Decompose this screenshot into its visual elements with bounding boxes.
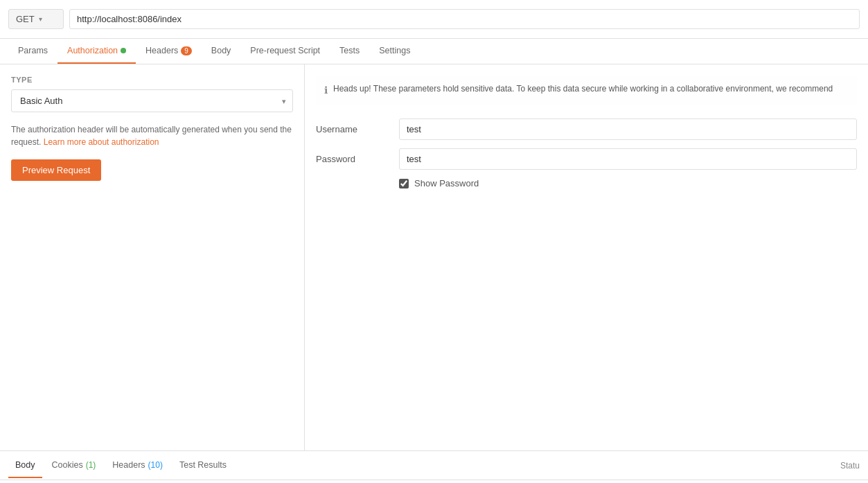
tab-headers-label: Headers	[145, 46, 178, 55]
response-tabs-row: Body Cookies (1) Headers (10) Test Resul…	[0, 451, 868, 480]
tab-body[interactable]: Body	[202, 39, 241, 64]
learn-more-link[interactable]: Learn more about authorization	[44, 137, 159, 147]
password-row: Password	[316, 148, 857, 170]
preview-request-button[interactable]: Preview Request	[11, 159, 101, 181]
response-tab-body-label: Body	[15, 460, 35, 470]
right-panel: ℹ Heads up! These parameters hold sensit…	[305, 64, 868, 450]
type-label: TYPE	[11, 76, 293, 84]
tab-settings[interactable]: Settings	[369, 39, 420, 64]
info-icon: ℹ	[324, 83, 328, 98]
show-password-checkbox[interactable]	[399, 179, 409, 188]
method-chevron: ▾	[39, 15, 42, 23]
url-bar: GET ▾	[0, 0, 868, 39]
tab-params-label: Params	[18, 46, 48, 55]
username-label: Username	[316, 124, 399, 134]
main-content: TYPE Basic Auth ▾ The authorization head…	[0, 64, 868, 450]
password-label: Password	[316, 154, 399, 164]
username-row: Username	[316, 118, 857, 140]
headers-count-badge: (10)	[148, 460, 163, 470]
response-tab-cookies[interactable]: Cookies (1)	[45, 453, 103, 478]
tab-authorization-label: Authorization	[67, 46, 118, 55]
response-tab-test-results-label: Test Results	[179, 460, 227, 470]
auth-panel: TYPE Basic Auth ▾ The authorization head…	[0, 64, 305, 450]
method-label: GET	[16, 14, 35, 24]
authorization-active-dot	[121, 48, 126, 53]
show-password-label[interactable]: Show Password	[414, 178, 479, 188]
tab-tests-label: Tests	[339, 46, 360, 55]
tab-authorization[interactable]: Authorization	[57, 39, 136, 64]
response-tab-body[interactable]: Body	[8, 453, 42, 478]
tab-body-label: Body	[211, 46, 231, 55]
username-input[interactable]	[399, 118, 857, 140]
auth-type-select[interactable]: Basic Auth	[11, 89, 293, 112]
type-select-wrapper: Basic Auth ▾	[11, 89, 293, 112]
status-label: Statu	[840, 461, 860, 471]
method-select[interactable]: GET ▾	[8, 9, 64, 29]
response-view-tabs: Pretty Raw Preview Visualize BETA	[0, 480, 868, 483]
show-password-row: Show Password	[399, 178, 857, 188]
tab-headers[interactable]: Headers 9	[136, 39, 202, 64]
info-banner: ℹ Heads up! These parameters hold sensit…	[316, 76, 857, 105]
tab-pre-request-label: Pre-request Script	[250, 46, 320, 55]
response-tab-headers[interactable]: Headers (10)	[105, 453, 170, 478]
tab-pre-request[interactable]: Pre-request Script	[240, 39, 330, 64]
response-tab-cookies-label: Cookies	[52, 460, 83, 470]
url-input[interactable]	[69, 9, 860, 29]
tab-tests[interactable]: Tests	[330, 39, 369, 64]
info-message: Heads up! These parameters hold sensitiv…	[333, 82, 833, 95]
password-input[interactable]	[399, 148, 857, 170]
response-tab-headers-label: Headers	[112, 460, 145, 470]
headers-badge: 9	[181, 46, 192, 55]
request-tabs: Params Authorization Headers 9 Body Pre-…	[0, 39, 868, 64]
auth-description: The authorization header will be automat…	[11, 123, 293, 148]
cookies-badge: (1)	[86, 460, 96, 470]
response-tab-test-results[interactable]: Test Results	[172, 453, 233, 478]
bottom-section: Body Cookies (1) Headers (10) Test Resul…	[0, 450, 868, 483]
tab-params[interactable]: Params	[8, 39, 57, 64]
tab-settings-label: Settings	[379, 46, 410, 55]
